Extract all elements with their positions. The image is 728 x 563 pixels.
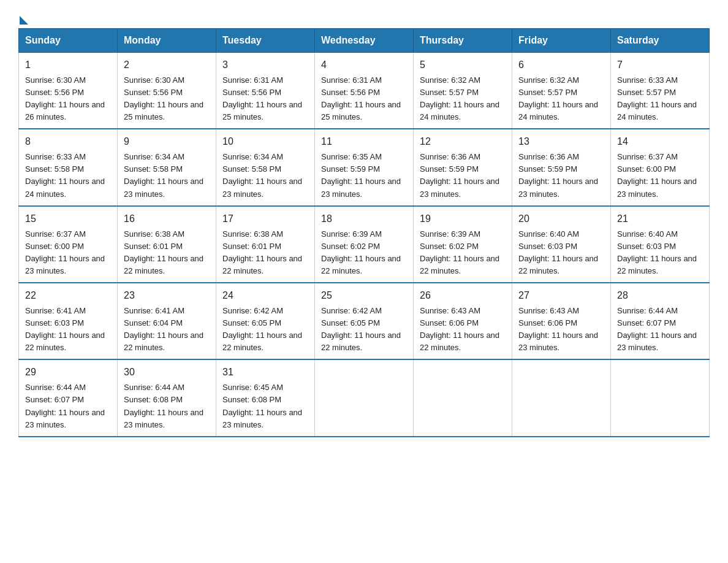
- day-info: Sunrise: 6:43 AMSunset: 6:06 PMDaylight:…: [518, 306, 598, 352]
- calendar-body: 1Sunrise: 6:30 AMSunset: 5:56 PMDaylight…: [19, 53, 710, 437]
- calendar-day-cell: 9Sunrise: 6:34 AMSunset: 5:58 PMDaylight…: [118, 129, 216, 205]
- calendar-week-row: 29Sunrise: 6:44 AMSunset: 6:07 PMDayligh…: [19, 359, 710, 436]
- day-number: 23: [124, 288, 210, 304]
- calendar-table: SundayMondayTuesdayWednesdayThursdayFrid…: [18, 28, 710, 437]
- weekday-header-saturday: Saturday: [611, 29, 710, 53]
- calendar-day-cell: [611, 359, 710, 436]
- calendar-day-cell: 22Sunrise: 6:41 AMSunset: 6:03 PMDayligh…: [19, 283, 118, 359]
- calendar-day-cell: 4Sunrise: 6:31 AMSunset: 5:56 PMDaylight…: [315, 53, 414, 129]
- day-info: Sunrise: 6:37 AMSunset: 6:00 PMDaylight:…: [617, 152, 697, 198]
- calendar-day-cell: [414, 359, 512, 436]
- day-info: Sunrise: 6:40 AMSunset: 6:03 PMDaylight:…: [518, 229, 598, 275]
- day-number: 30: [124, 365, 210, 380]
- calendar-day-cell: 20Sunrise: 6:40 AMSunset: 6:03 PMDayligh…: [512, 206, 611, 283]
- calendar-day-cell: [512, 359, 611, 436]
- calendar-day-cell: 21Sunrise: 6:40 AMSunset: 6:03 PMDayligh…: [611, 206, 710, 283]
- weekday-header-wednesday: Wednesday: [315, 29, 414, 53]
- page-header: [18, 12, 710, 22]
- day-info: Sunrise: 6:44 AMSunset: 6:08 PMDaylight:…: [124, 383, 203, 429]
- day-number: 13: [518, 134, 604, 150]
- calendar-day-cell: [315, 359, 414, 436]
- calendar-day-cell: 31Sunrise: 6:45 AMSunset: 6:08 PMDayligh…: [216, 359, 315, 436]
- day-number: 10: [222, 134, 308, 150]
- day-info: Sunrise: 6:36 AMSunset: 5:59 PMDaylight:…: [420, 152, 499, 198]
- day-info: Sunrise: 6:31 AMSunset: 5:56 PMDaylight:…: [222, 75, 302, 121]
- calendar-day-cell: 3Sunrise: 6:31 AMSunset: 5:56 PMDaylight…: [216, 53, 315, 129]
- calendar-day-cell: 13Sunrise: 6:36 AMSunset: 5:59 PMDayligh…: [512, 129, 611, 205]
- day-number: 31: [222, 365, 308, 380]
- calendar-week-row: 1Sunrise: 6:30 AMSunset: 5:56 PMDaylight…: [19, 53, 710, 129]
- calendar-day-cell: 28Sunrise: 6:44 AMSunset: 6:07 PMDayligh…: [611, 283, 710, 359]
- day-number: 20: [518, 212, 604, 227]
- day-info: Sunrise: 6:42 AMSunset: 6:05 PMDaylight:…: [222, 306, 302, 352]
- day-number: 21: [617, 212, 703, 227]
- day-number: 15: [25, 212, 111, 227]
- day-number: 4: [321, 58, 407, 73]
- calendar-day-cell: 27Sunrise: 6:43 AMSunset: 6:06 PMDayligh…: [512, 283, 611, 359]
- calendar-day-cell: 23Sunrise: 6:41 AMSunset: 6:04 PMDayligh…: [118, 283, 216, 359]
- calendar-day-cell: 19Sunrise: 6:39 AMSunset: 6:02 PMDayligh…: [414, 206, 512, 283]
- day-number: 1: [25, 58, 111, 73]
- calendar-day-cell: 18Sunrise: 6:39 AMSunset: 6:02 PMDayligh…: [315, 206, 414, 283]
- day-number: 17: [222, 212, 308, 227]
- calendar-day-cell: 15Sunrise: 6:37 AMSunset: 6:00 PMDayligh…: [19, 206, 118, 283]
- calendar-header: SundayMondayTuesdayWednesdayThursdayFrid…: [19, 29, 710, 53]
- day-info: Sunrise: 6:45 AMSunset: 6:08 PMDaylight:…: [222, 383, 302, 429]
- day-info: Sunrise: 6:32 AMSunset: 5:57 PMDaylight:…: [420, 75, 499, 121]
- day-number: 22: [25, 288, 111, 304]
- calendar-day-cell: 5Sunrise: 6:32 AMSunset: 5:57 PMDaylight…: [414, 53, 512, 129]
- day-info: Sunrise: 6:41 AMSunset: 6:04 PMDaylight:…: [124, 306, 203, 352]
- calendar-day-cell: 2Sunrise: 6:30 AMSunset: 5:56 PMDaylight…: [118, 53, 216, 129]
- day-info: Sunrise: 6:33 AMSunset: 5:57 PMDaylight:…: [617, 75, 697, 121]
- day-number: 11: [321, 134, 407, 150]
- day-number: 29: [25, 365, 111, 380]
- day-number: 19: [420, 212, 506, 227]
- day-number: 3: [222, 58, 308, 73]
- calendar-day-cell: 26Sunrise: 6:43 AMSunset: 6:06 PMDayligh…: [414, 283, 512, 359]
- day-number: 18: [321, 212, 407, 227]
- calendar-week-row: 8Sunrise: 6:33 AMSunset: 5:58 PMDaylight…: [19, 129, 710, 205]
- calendar-day-cell: 29Sunrise: 6:44 AMSunset: 6:07 PMDayligh…: [19, 359, 118, 436]
- day-number: 14: [617, 134, 703, 150]
- day-number: 9: [124, 134, 210, 150]
- day-info: Sunrise: 6:32 AMSunset: 5:57 PMDaylight:…: [518, 75, 598, 121]
- calendar-day-cell: 30Sunrise: 6:44 AMSunset: 6:08 PMDayligh…: [118, 359, 216, 436]
- weekday-header-row: SundayMondayTuesdayWednesdayThursdayFrid…: [19, 29, 710, 53]
- day-number: 12: [420, 134, 506, 150]
- calendar-day-cell: 6Sunrise: 6:32 AMSunset: 5:57 PMDaylight…: [512, 53, 611, 129]
- calendar-day-cell: 10Sunrise: 6:34 AMSunset: 5:58 PMDayligh…: [216, 129, 315, 205]
- day-info: Sunrise: 6:39 AMSunset: 6:02 PMDaylight:…: [321, 229, 401, 275]
- day-info: Sunrise: 6:30 AMSunset: 5:56 PMDaylight:…: [124, 75, 203, 121]
- day-info: Sunrise: 6:38 AMSunset: 6:01 PMDaylight:…: [222, 229, 302, 275]
- day-number: 2: [124, 58, 210, 73]
- day-info: Sunrise: 6:38 AMSunset: 6:01 PMDaylight:…: [124, 229, 203, 275]
- day-number: 24: [222, 288, 308, 304]
- day-info: Sunrise: 6:36 AMSunset: 5:59 PMDaylight:…: [518, 152, 598, 198]
- day-number: 26: [420, 288, 506, 304]
- calendar-day-cell: 14Sunrise: 6:37 AMSunset: 6:00 PMDayligh…: [611, 129, 710, 205]
- weekday-header-sunday: Sunday: [19, 29, 118, 53]
- calendar-day-cell: 8Sunrise: 6:33 AMSunset: 5:58 PMDaylight…: [19, 129, 118, 205]
- weekday-header-friday: Friday: [512, 29, 611, 53]
- day-number: 16: [124, 212, 210, 227]
- weekday-header-thursday: Thursday: [414, 29, 512, 53]
- day-number: 6: [518, 58, 604, 73]
- day-info: Sunrise: 6:43 AMSunset: 6:06 PMDaylight:…: [420, 306, 499, 352]
- calendar-day-cell: 12Sunrise: 6:36 AMSunset: 5:59 PMDayligh…: [414, 129, 512, 205]
- calendar-day-cell: 24Sunrise: 6:42 AMSunset: 6:05 PMDayligh…: [216, 283, 315, 359]
- logo: [18, 12, 28, 22]
- logo-arrow-icon: [20, 16, 28, 25]
- day-info: Sunrise: 6:33 AMSunset: 5:58 PMDaylight:…: [25, 152, 105, 198]
- day-info: Sunrise: 6:34 AMSunset: 5:58 PMDaylight:…: [124, 152, 203, 198]
- calendar-week-row: 22Sunrise: 6:41 AMSunset: 6:03 PMDayligh…: [19, 283, 710, 359]
- calendar-day-cell: 17Sunrise: 6:38 AMSunset: 6:01 PMDayligh…: [216, 206, 315, 283]
- calendar-day-cell: 16Sunrise: 6:38 AMSunset: 6:01 PMDayligh…: [118, 206, 216, 283]
- day-info: Sunrise: 6:31 AMSunset: 5:56 PMDaylight:…: [321, 75, 401, 121]
- day-info: Sunrise: 6:34 AMSunset: 5:58 PMDaylight:…: [222, 152, 302, 198]
- calendar-day-cell: 1Sunrise: 6:30 AMSunset: 5:56 PMDaylight…: [19, 53, 118, 129]
- calendar-day-cell: 11Sunrise: 6:35 AMSunset: 5:59 PMDayligh…: [315, 129, 414, 205]
- day-info: Sunrise: 6:44 AMSunset: 6:07 PMDaylight:…: [617, 306, 697, 352]
- day-info: Sunrise: 6:39 AMSunset: 6:02 PMDaylight:…: [420, 229, 499, 275]
- day-number: 7: [617, 58, 703, 73]
- calendar-day-cell: 25Sunrise: 6:42 AMSunset: 6:05 PMDayligh…: [315, 283, 414, 359]
